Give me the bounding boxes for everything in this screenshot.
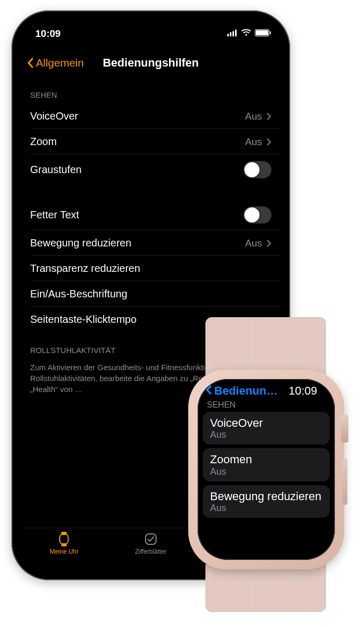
row-bewegung[interactable]: Bewegung reduzieren Aus bbox=[21, 230, 281, 256]
row-label: Zoom bbox=[30, 136, 57, 148]
watch-row-label: Zoomen bbox=[210, 453, 322, 466]
row-label: Ein/Aus-Beschriftung bbox=[30, 288, 127, 300]
watch-back-button[interactable] bbox=[205, 384, 213, 398]
row-value: Aus bbox=[245, 111, 262, 122]
nav-title: Bedienungshilfen bbox=[103, 56, 199, 70]
back-button[interactable]: Allgemein bbox=[23, 57, 84, 69]
watch-row-value: Aus bbox=[210, 503, 322, 514]
chevron-right-icon bbox=[266, 239, 271, 247]
battery-icon bbox=[255, 29, 269, 36]
statusbar-icons bbox=[227, 29, 269, 36]
svg-point-4 bbox=[245, 34, 247, 35]
row-label: Fetter Text bbox=[30, 209, 79, 221]
watch-row-voiceover[interactable]: VoiceOver Aus bbox=[203, 412, 330, 445]
watch-band-bottom bbox=[205, 564, 326, 612]
svg-rect-0 bbox=[227, 34, 229, 36]
watch-band-top bbox=[205, 317, 326, 375]
watch-nav-title: Bedienun… bbox=[214, 384, 287, 398]
watch-frame: Bedienun… 10:09 SEHEN VoiceOver Aus Zoom… bbox=[177, 320, 356, 621]
watch-row-value: Aus bbox=[210, 429, 322, 440]
row-voiceover[interactable]: VoiceOver Aus bbox=[21, 103, 281, 129]
side-button[interactable] bbox=[343, 458, 347, 505]
svg-rect-1 bbox=[230, 32, 231, 36]
chevron-right-icon bbox=[266, 112, 271, 121]
row-value: Aus bbox=[245, 238, 262, 249]
watch-nav: Bedienun… 10:09 bbox=[198, 379, 335, 399]
svg-rect-2 bbox=[232, 31, 234, 36]
row-einaus[interactable]: Ein/Aus-Beschriftung bbox=[21, 281, 281, 307]
svg-rect-8 bbox=[146, 534, 156, 544]
row-graustufen[interactable]: Graustufen bbox=[21, 154, 281, 185]
row-transparenz[interactable]: Transparenz reduzieren bbox=[21, 256, 281, 281]
toggle-fetter-text[interactable] bbox=[243, 206, 271, 224]
notch bbox=[91, 20, 211, 37]
watch-row-bewegung[interactable]: Bewegung reduzieren Aus bbox=[203, 485, 330, 518]
watch-case: Bedienun… 10:09 SEHEN VoiceOver Aus Zoom… bbox=[188, 370, 344, 569]
tab-label: Meine Uhr bbox=[50, 548, 79, 555]
watch-icon bbox=[56, 531, 72, 547]
row-value: Aus bbox=[245, 136, 262, 148]
watch-row-value: Aus bbox=[210, 466, 322, 477]
watch-row-label: VoiceOver bbox=[210, 416, 322, 429]
row-zoom[interactable]: Zoom Aus bbox=[21, 129, 281, 154]
digital-crown[interactable] bbox=[341, 414, 348, 442]
watch-row-label: Bewegung reduzieren bbox=[210, 490, 322, 503]
cellular-icon bbox=[227, 30, 238, 36]
watch-screen: Bedienun… 10:09 SEHEN VoiceOver Aus Zoom… bbox=[198, 379, 335, 560]
statusbar-time: 10:09 bbox=[35, 28, 61, 40]
row-label: Bewegung reduzieren bbox=[30, 237, 132, 249]
chevron-left-icon bbox=[205, 384, 213, 396]
wifi-icon bbox=[241, 29, 251, 36]
watch-row-zoomen[interactable]: Zoomen Aus bbox=[203, 448, 330, 481]
row-label: VoiceOver bbox=[30, 110, 78, 122]
row-fetter-text[interactable]: Fetter Text bbox=[21, 200, 281, 230]
toggle-graustufen[interactable] bbox=[243, 161, 271, 178]
section-header-sehen: SEHEN bbox=[21, 77, 281, 103]
tab-label: Zifferblätter bbox=[135, 548, 166, 555]
face-gallery-icon bbox=[143, 531, 159, 547]
row-label: Transparenz reduzieren bbox=[30, 263, 140, 275]
row-label: Graustufen bbox=[30, 164, 82, 176]
chevron-right-icon bbox=[266, 138, 271, 146]
watch-time: 10:09 bbox=[289, 384, 317, 398]
back-label: Allgemein bbox=[36, 57, 84, 69]
tab-meine-uhr[interactable]: Meine Uhr bbox=[33, 531, 95, 555]
chevron-left-icon bbox=[27, 57, 34, 69]
tab-zifferblatter[interactable]: Zifferblätter bbox=[120, 531, 182, 555]
watch-section-header: SEHEN bbox=[198, 399, 335, 412]
svg-rect-3 bbox=[235, 30, 237, 36]
row-label: Seitentaste-Klicktempo bbox=[30, 314, 137, 325]
nav-bar: Allgemein Bedienungshilfen bbox=[21, 49, 281, 77]
svg-rect-7 bbox=[60, 534, 68, 544]
